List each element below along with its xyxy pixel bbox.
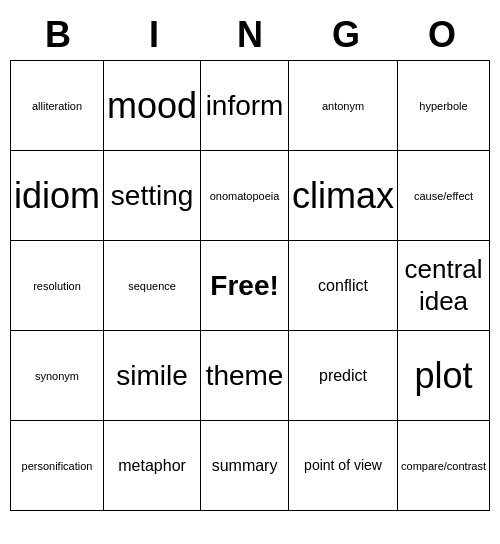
cell-text: onomatopoeia [210, 190, 280, 202]
cell-text: setting [111, 180, 194, 212]
cell-text: hyperbole [419, 100, 467, 112]
bingo-cell: compare/contrast [398, 421, 490, 511]
bingo-cell: personification [11, 421, 104, 511]
cell-text: central idea [401, 254, 486, 316]
bingo-cell: point of view [289, 421, 398, 511]
bingo-cell: hyperbole [398, 61, 490, 151]
bingo-cell: synonym [11, 331, 104, 421]
bingo-cell: sequence [104, 241, 201, 331]
cell-text: metaphor [118, 457, 186, 475]
cell-text: theme [206, 360, 284, 392]
header-letter: O [394, 10, 490, 60]
cell-text: predict [319, 367, 367, 385]
cell-text: compare/contrast [401, 460, 486, 472]
bingo-cell: plot [398, 331, 490, 421]
bingo-cell: metaphor [104, 421, 201, 511]
bingo-grid: alliterationmoodinformantonymhyperboleid… [10, 60, 490, 511]
cell-text: synonym [35, 370, 79, 382]
cell-text: sequence [128, 280, 176, 292]
bingo-cell: resolution [11, 241, 104, 331]
bingo-cell: antonym [289, 61, 398, 151]
cell-text: climax [292, 175, 394, 217]
header-letter: B [10, 10, 106, 60]
bingo-cell: central idea [398, 241, 490, 331]
cell-text: cause/effect [414, 190, 473, 202]
bingo-cell: idiom [11, 151, 104, 241]
cell-text: point of view [304, 457, 382, 474]
bingo-cell: summary [201, 421, 289, 511]
header-letter: N [202, 10, 298, 60]
bingo-cell: onomatopoeia [201, 151, 289, 241]
bingo-card: BINGO alliterationmoodinformantonymhyper… [10, 10, 490, 511]
cell-text: summary [212, 457, 278, 475]
cell-text: personification [22, 460, 93, 472]
bingo-header: BINGO [10, 10, 490, 60]
bingo-cell: theme [201, 331, 289, 421]
cell-text: Free! [210, 270, 278, 302]
bingo-cell: alliteration [11, 61, 104, 151]
cell-text: inform [206, 90, 284, 122]
bingo-cell: cause/effect [398, 151, 490, 241]
bingo-cell: climax [289, 151, 398, 241]
cell-text: antonym [322, 100, 364, 112]
cell-text: resolution [33, 280, 81, 292]
header-letter: G [298, 10, 394, 60]
cell-text: simile [116, 360, 188, 392]
bingo-cell: predict [289, 331, 398, 421]
bingo-cell: setting [104, 151, 201, 241]
bingo-cell: simile [104, 331, 201, 421]
bingo-cell: inform [201, 61, 289, 151]
bingo-cell: conflict [289, 241, 398, 331]
cell-text: idiom [14, 175, 100, 217]
cell-text: plot [414, 355, 472, 397]
bingo-cell: mood [104, 61, 201, 151]
cell-text: mood [107, 85, 197, 127]
bingo-cell: Free! [201, 241, 289, 331]
cell-text: alliteration [32, 100, 82, 112]
cell-text: conflict [318, 277, 368, 295]
header-letter: I [106, 10, 202, 60]
